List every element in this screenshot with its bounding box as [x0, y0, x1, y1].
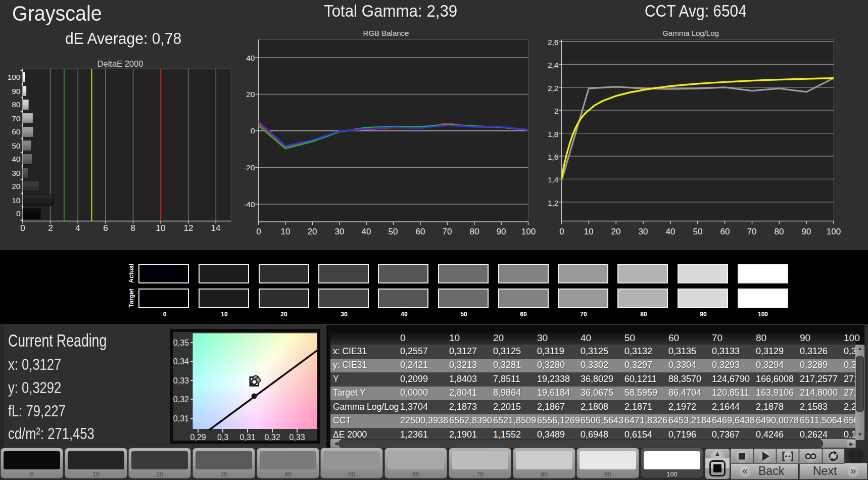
- svg-text:0,33: 0,33: [289, 433, 305, 442]
- svg-text:0,3: 0,3: [217, 433, 228, 442]
- svg-text:0,35: 0,35: [173, 339, 189, 347]
- svg-text:0,33: 0,33: [173, 376, 189, 385]
- svg-text:0,32: 0,32: [264, 433, 280, 442]
- svg-text:0,31: 0,31: [173, 414, 189, 423]
- svg-text:0,32: 0,32: [173, 395, 189, 404]
- svg-text:0,34: 0,34: [173, 357, 189, 366]
- svg-text:0,29: 0,29: [190, 433, 206, 442]
- svg-text:0,31: 0,31: [239, 433, 255, 442]
